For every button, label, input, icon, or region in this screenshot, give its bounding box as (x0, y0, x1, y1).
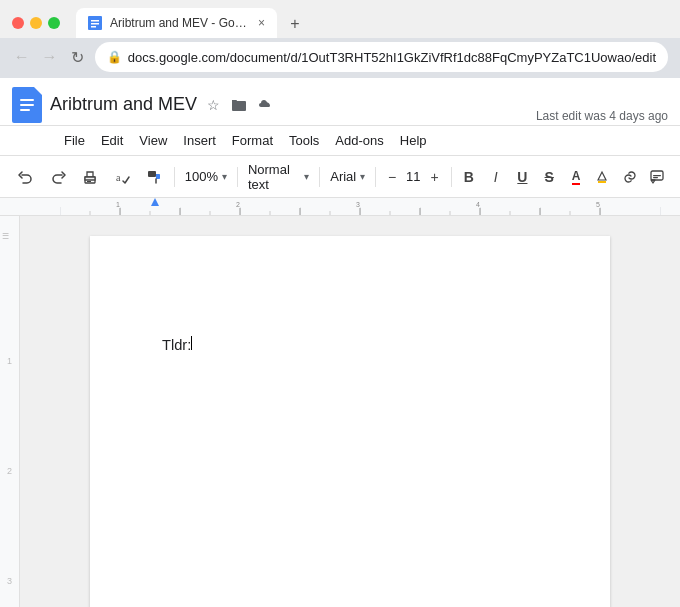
menu-insert[interactable]: Insert (175, 129, 224, 152)
folder-icon[interactable] (229, 95, 249, 115)
svg-rect-2 (91, 23, 99, 25)
font-size-control: − 11 + (382, 167, 444, 187)
menu-format[interactable]: Format (224, 129, 281, 152)
underline-button[interactable]: U (511, 163, 534, 191)
doc-page[interactable]: Tldr: (90, 236, 610, 607)
zoom-select[interactable]: 100% ▾ (181, 163, 231, 191)
window-controls (12, 17, 60, 29)
refresh-button[interactable]: ↻ (67, 43, 87, 71)
comment-button[interactable] (645, 163, 668, 191)
spell-check-button[interactable]: a (108, 163, 136, 191)
line-num-1: 1 (7, 356, 12, 366)
strikethrough-button[interactable]: S (538, 163, 561, 191)
browser-window: Aribtrum and MEV - Google Do... × + ← → … (0, 0, 680, 607)
svg-rect-4 (232, 101, 246, 111)
link-button[interactable] (618, 163, 641, 191)
increase-font-size-button[interactable]: + (425, 167, 445, 187)
svg-text:2: 2 (236, 201, 240, 208)
doc-content-area[interactable]: Tldr: (20, 216, 680, 607)
document-area: ☰ 1 2 3 Tldr: (0, 216, 680, 607)
outline-icon[interactable]: ☰ (2, 232, 9, 241)
document-content[interactable]: Tldr: (162, 336, 538, 353)
star-icon[interactable]: ☆ (203, 95, 223, 115)
text-color-button[interactable]: A (565, 163, 588, 191)
font-value: Arial (330, 169, 356, 184)
text-cursor (191, 336, 192, 350)
toolbar: a 100% ▾ Normal text ▾ Arial ▾ − (0, 156, 680, 198)
title-bar: Aribtrum and MEV - Google Do... × + (0, 0, 680, 38)
font-size-value: 11 (404, 169, 422, 184)
menu-edit[interactable]: Edit (93, 129, 131, 152)
svg-text:3: 3 (356, 201, 360, 208)
doc-sidebar: ☰ 1 2 3 (0, 216, 20, 607)
separator-2 (237, 167, 238, 187)
address-bar: ← → ↻ 🔒 docs.google.com/document/d/1OutT… (0, 38, 680, 78)
docs-logo-lines (15, 91, 39, 119)
doc-title-row: Aribtrum and MEV ☆ (50, 94, 528, 115)
back-button[interactable]: ← (12, 43, 32, 71)
italic-button[interactable]: I (484, 163, 507, 191)
logo-line-1 (20, 99, 34, 101)
redo-button[interactable] (44, 163, 72, 191)
svg-text:5: 5 (596, 201, 600, 208)
separator-3 (319, 167, 320, 187)
style-value: Normal text (248, 162, 301, 192)
svg-text:1: 1 (116, 201, 120, 208)
zoom-chevron-icon: ▾ (222, 171, 227, 182)
line-num-3: 3 (7, 576, 12, 586)
tab-bar: Aribtrum and MEV - Google Do... × + (76, 8, 309, 38)
new-tab-button[interactable]: + (281, 10, 309, 38)
menu-view[interactable]: View (131, 129, 175, 152)
menu-tools[interactable]: Tools (281, 129, 327, 152)
tab-title: Aribtrum and MEV - Google Do... (110, 16, 250, 30)
highlight-button[interactable] (591, 163, 614, 191)
security-lock-icon: 🔒 (107, 50, 122, 64)
last-edit-text: Last edit was 4 days ago (536, 109, 668, 125)
decrease-font-size-button[interactable]: − (382, 167, 402, 187)
close-button[interactable] (12, 17, 24, 29)
menu-file[interactable]: File (56, 129, 93, 152)
undo-button[interactable] (12, 163, 40, 191)
ruler: 1 2 3 4 5 (0, 198, 680, 216)
doc-title[interactable]: Aribtrum and MEV (50, 94, 197, 115)
font-chevron-icon: ▾ (360, 171, 365, 182)
active-tab[interactable]: Aribtrum and MEV - Google Do... × (76, 8, 277, 38)
maximize-button[interactable] (48, 17, 60, 29)
forward-button[interactable]: → (40, 43, 60, 71)
menu-addons[interactable]: Add-ons (327, 129, 391, 152)
separator-4 (375, 167, 376, 187)
menu-help[interactable]: Help (392, 129, 435, 152)
svg-rect-10 (598, 181, 606, 183)
svg-rect-7 (87, 181, 91, 182)
svg-rect-3 (91, 26, 96, 28)
doc-title-area: Aribtrum and MEV ☆ (50, 94, 528, 115)
url-bar[interactable]: 🔒 docs.google.com/document/d/1OutT3RHT52… (95, 42, 668, 72)
tab-close-button[interactable]: × (258, 16, 265, 30)
doc-text: Tldr: (162, 337, 191, 353)
font-select[interactable]: Arial ▾ (326, 163, 369, 191)
svg-marker-33 (151, 198, 159, 206)
svg-text:4: 4 (476, 201, 480, 208)
line-num-2: 2 (7, 466, 12, 476)
svg-rect-13 (653, 177, 658, 178)
menu-bar: File Edit View Insert Format Tools Add-o… (0, 126, 680, 156)
zoom-value: 100% (185, 169, 218, 184)
ruler-inner: 1 2 3 4 5 (60, 198, 680, 215)
url-text: docs.google.com/document/d/1OutT3RHT52hI… (128, 50, 656, 65)
svg-rect-12 (653, 175, 661, 176)
docs-app: Aribtrum and MEV ☆ Last edi (0, 78, 680, 607)
logo-line-2 (20, 104, 34, 106)
style-chevron-icon: ▾ (304, 171, 309, 182)
tab-favicon (88, 16, 102, 30)
style-select[interactable]: Normal text ▾ (244, 163, 314, 191)
separator-1 (174, 167, 175, 187)
bold-button[interactable]: B (457, 163, 480, 191)
svg-text:a: a (116, 172, 121, 183)
ruler-marks: 1 2 3 4 5 (60, 198, 680, 216)
print-button[interactable] (76, 163, 104, 191)
logo-line-3 (20, 109, 30, 111)
minimize-button[interactable] (30, 17, 42, 29)
separator-5 (451, 167, 452, 187)
cloud-icon[interactable] (255, 95, 275, 115)
paint-format-button[interactable] (140, 163, 168, 191)
